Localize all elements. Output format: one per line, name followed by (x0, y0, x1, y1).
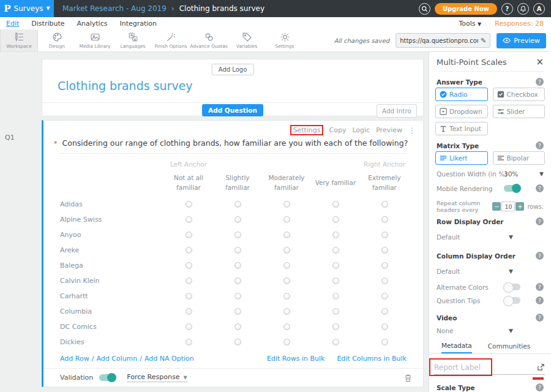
matrix-type-bipolar[interactable]: Bipolar (493, 151, 545, 165)
radio-option[interactable] (332, 262, 339, 269)
column-header[interactable]: Very familiar (311, 178, 360, 188)
radio-option[interactable] (283, 232, 290, 238)
validation-toggle[interactable] (99, 374, 116, 381)
help-icon[interactable]: ? (536, 314, 544, 322)
tools-menu[interactable]: Tools ▼ (459, 20, 481, 28)
row-label[interactable]: Carhartt (60, 292, 164, 300)
radio-option[interactable] (234, 339, 241, 345)
radio-option[interactable] (234, 293, 241, 300)
survey-url-input[interactable] (400, 37, 478, 44)
answer-type-slider[interactable]: Slider (493, 105, 545, 118)
radio-option[interactable] (186, 293, 192, 300)
edit-rows-bulk-link[interactable]: Edit Rows in Bulk (267, 355, 324, 363)
row-label[interactable]: Balega (60, 262, 164, 270)
add-intro-button[interactable]: Add Intro (377, 104, 417, 118)
radio-option[interactable] (381, 201, 388, 208)
help-icon[interactable]: ? (536, 217, 544, 225)
breadcrumb-folder[interactable]: Market Research - Aug 2019 (62, 4, 167, 13)
survey-title[interactable]: Clothing brands survey (58, 79, 193, 92)
row-label[interactable]: Dickies (60, 338, 164, 346)
close-icon[interactable]: × (536, 58, 544, 67)
radio-option[interactable] (234, 201, 241, 208)
column-header[interactable]: Not at all familiar (164, 173, 213, 193)
matrix-type-likert[interactable]: Likert (435, 151, 488, 165)
row-label[interactable]: Adidas (60, 200, 164, 208)
column-display-dropdown[interactable]: Default ▼ (437, 268, 544, 275)
radio-option[interactable] (234, 277, 241, 284)
add-question-button[interactable]: Add Question (202, 104, 263, 116)
help-icon[interactable]: ? (501, 3, 513, 15)
radio-option[interactable] (381, 339, 388, 345)
radio-option[interactable] (283, 247, 290, 254)
upgrade-now-button[interactable]: Upgrade Now (435, 3, 497, 15)
radio-option[interactable] (332, 308, 339, 315)
add-logo-button[interactable]: Add Logo (212, 64, 254, 75)
add-row-link[interactable]: Add Row (60, 355, 89, 363)
report-label-input[interactable] (434, 363, 520, 372)
left-anchor-placeholder[interactable]: Left Anchor (164, 160, 213, 168)
alternate-colors-toggle[interactable] (504, 284, 520, 290)
answer-type-radio[interactable]: Radio (435, 88, 488, 101)
radio-option[interactable] (381, 262, 388, 269)
toolbar-item-advance-quotas[interactable]: Advance Quotas (190, 29, 228, 51)
plus-icon[interactable]: + (515, 202, 524, 211)
radio-option[interactable] (332, 277, 339, 284)
more-options-icon[interactable]: ⋮ (408, 126, 416, 135)
radio-option[interactable] (381, 308, 388, 315)
radio-option[interactable] (186, 247, 192, 254)
product-switcher[interactable]: P Surveys ▼ (0, 0, 54, 17)
radio-option[interactable] (283, 262, 290, 269)
toolbar-item-settings[interactable]: Settings (266, 29, 304, 51)
add-na-option-link[interactable]: Add NA Option (144, 355, 194, 363)
radio-option[interactable] (186, 277, 192, 284)
question-preview-action[interactable]: Preview (376, 126, 402, 134)
mobile-rendering-toggle[interactable] (504, 185, 520, 192)
survey-url-field[interactable]: ✎ (395, 33, 490, 48)
edit-pencil-icon[interactable]: ✎ (481, 37, 486, 45)
avatar[interactable]: A (533, 3, 545, 15)
radio-option[interactable] (283, 201, 290, 208)
radio-option[interactable] (332, 323, 339, 330)
tab-communities[interactable]: Communities (488, 339, 530, 353)
radio-option[interactable] (381, 216, 388, 223)
video-dropdown[interactable]: None ▼ (437, 327, 544, 334)
minus-icon[interactable]: − (492, 202, 501, 211)
row-label[interactable]: Anyoo (60, 231, 164, 239)
radio-option[interactable] (332, 339, 339, 345)
repeat-headers-value[interactable]: 10 (501, 202, 515, 211)
radio-option[interactable] (283, 323, 290, 330)
radio-option[interactable] (381, 293, 388, 300)
preview-button[interactable]: Preview (497, 33, 546, 48)
help-icon[interactable]: ? (536, 383, 544, 391)
radio-option[interactable] (186, 232, 192, 238)
radio-option[interactable] (381, 277, 388, 284)
toolbar-item-finish-options[interactable]: Finish Options (152, 29, 190, 51)
help-icon[interactable]: ? (536, 252, 544, 260)
radio-option[interactable] (186, 323, 192, 330)
force-response-dropdown[interactable]: Force Response▼ (127, 373, 187, 382)
column-header[interactable]: Slightly familiar (213, 173, 262, 193)
trash-icon[interactable] (404, 374, 412, 382)
radio-option[interactable] (381, 232, 388, 238)
help-icon[interactable]: ? (536, 141, 544, 149)
row-label[interactable]: Alpine Swiss (60, 216, 164, 224)
answer-type-checkbox[interactable]: Checkbox (493, 88, 545, 101)
radio-option[interactable] (186, 339, 192, 345)
radio-option[interactable] (283, 308, 290, 315)
toolbar-item-media-library[interactable]: Media Library (76, 29, 114, 51)
help-icon[interactable]: ? (536, 296, 544, 304)
answer-type-text-input[interactable]: Text Input (435, 122, 488, 135)
tab-analytics[interactable]: Analytics (77, 20, 108, 28)
question-text[interactable]: Considering our range of clothing brands… (62, 138, 408, 148)
tab-edit[interactable]: Edit (6, 20, 19, 28)
help-icon[interactable]: ? (536, 283, 544, 291)
radio-option[interactable] (186, 262, 192, 269)
expand-icon[interactable] (537, 363, 545, 371)
radio-option[interactable] (332, 247, 339, 254)
tab-metadata[interactable]: Metadata (441, 339, 472, 353)
search-icon[interactable] (419, 3, 430, 15)
radio-option[interactable] (381, 323, 388, 330)
radio-option[interactable] (332, 293, 339, 300)
help-icon[interactable]: ? (536, 184, 544, 192)
toolbar-item-design[interactable]: Design (38, 29, 76, 51)
